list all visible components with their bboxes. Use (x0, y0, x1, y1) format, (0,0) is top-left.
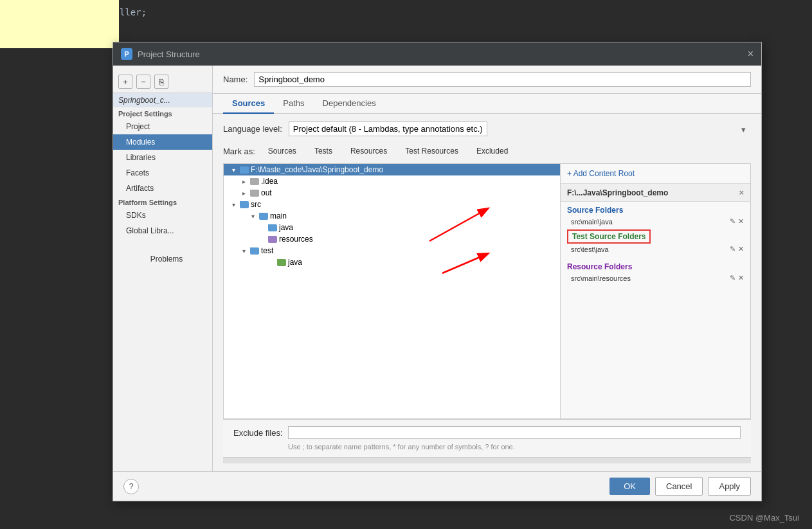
tree-root-label: F:\Maste_code\Java\Springboot_demo (251, 165, 383, 174)
add-content-root-button[interactable]: + Add Content Root (567, 169, 635, 178)
bottom-section: Exclude files: Use ; to separate name pa… (223, 419, 751, 457)
language-select-wrapper: Project default (8 - Lambdas, type annot… (289, 121, 751, 136)
exclude-input[interactable] (288, 426, 741, 439)
right-panel-header: + Add Content Root (561, 164, 750, 184)
name-label: Name: (223, 75, 248, 84)
test-folder-icon (250, 247, 259, 255)
mark-as-tests-button[interactable]: Tests (307, 145, 338, 157)
tree-pane: ▾ F:\Maste_code\Java\Springboot_demo ▸ .… (224, 164, 561, 418)
source-path-actions: ✎ ✕ (730, 217, 744, 226)
tab-paths[interactable]: Paths (274, 94, 313, 114)
resource-folders-header: Resource Folders (561, 258, 750, 273)
mark-as-excluded-button[interactable]: Excluded (469, 145, 513, 157)
cancel-button[interactable]: Cancel (655, 477, 703, 496)
tree-idea-item[interactable]: ▸ .idea (224, 175, 560, 187)
help-button[interactable]: ? (123, 479, 139, 494)
resource-path-remove-button[interactable]: ✕ (738, 274, 744, 282)
sidebar-toolbar: + − ⎘ (113, 71, 212, 93)
tree-main-toggle[interactable]: ▾ (248, 211, 257, 220)
add-module-button[interactable]: + (118, 75, 132, 89)
remove-module-button[interactable]: − (136, 75, 150, 89)
tree-resources-item[interactable]: resources (224, 233, 560, 245)
source-path-remove-button[interactable]: ✕ (738, 217, 744, 226)
resource-path-edit-button[interactable]: ✎ (730, 274, 735, 282)
dialog-footer: ? OK Cancel Apply (113, 471, 761, 501)
mark-as-label: Mark as: (223, 147, 255, 156)
right-panel: + Add Content Root F:\...Java\Springboot… (561, 164, 750, 418)
sidebar-item-global-libs[interactable]: Global Libra... (113, 223, 212, 238)
dialog-body: + − ⎘ Springboot_c... Project Settings P… (113, 66, 761, 471)
test-source-path-actions: ✎ ✕ (730, 245, 744, 253)
mark-excluded-label: Excluded (476, 147, 508, 156)
test-source-path-remove-button[interactable]: ✕ (738, 245, 744, 253)
tree-test-toggle[interactable]: ▾ (239, 246, 248, 255)
main-content: Name: Sources Paths Dependencies Languag… (213, 66, 761, 471)
mark-as-test-resources-button[interactable]: Test Resources (397, 145, 464, 157)
name-input[interactable] (254, 72, 751, 87)
tree-main-item[interactable]: ▾ main (224, 210, 560, 222)
platform-settings-label: Platform Settings (113, 196, 212, 208)
sidebar-item-sdks[interactable]: SDKs (113, 208, 212, 223)
main-folder-icon (259, 213, 268, 220)
exclude-label: Exclude files: (233, 428, 283, 438)
root-folder-icon (240, 166, 249, 174)
test-source-path-text: src\test\java (571, 246, 609, 253)
test-source-path-edit-button[interactable]: ✎ (730, 245, 735, 253)
tree-out-toggle[interactable]: ▸ (239, 188, 248, 197)
language-select[interactable]: Project default (8 - Lambdas, type annot… (289, 121, 487, 136)
tree-src-toggle[interactable]: ▾ (229, 200, 238, 209)
mark-tests-label: Tests (314, 147, 332, 156)
sidebar-tree-path: Springboot_c... (113, 93, 212, 107)
sidebar-item-artifacts[interactable]: Artifacts (113, 181, 212, 196)
mark-as-resources-button[interactable]: Resources (343, 145, 392, 157)
dialog-icon: P (121, 48, 132, 60)
resources-folder-icon-tree (268, 236, 277, 243)
tree-root-toggle[interactable]: ▾ (229, 165, 238, 174)
tree-idea-toggle[interactable]: ▸ (239, 177, 248, 186)
path-close-button[interactable]: × (739, 188, 744, 197)
apply-button[interactable]: Apply (708, 477, 751, 496)
sidebar-item-project[interactable]: Project (113, 119, 212, 134)
tree-root-item[interactable]: ▾ F:\Maste_code\Java\Springboot_demo (224, 164, 560, 175)
tree-test-item[interactable]: ▾ test (224, 245, 560, 256)
test-source-path-row: src\test\java ✎ ✕ (561, 244, 750, 255)
source-folders-header: Source Folders (561, 202, 750, 216)
tree-src-label: src (251, 200, 261, 209)
ok-button[interactable]: OK (609, 478, 650, 495)
mark-test-resources-label: Test Resources (405, 147, 458, 156)
sidebar-item-problems[interactable]: Problems (113, 251, 212, 267)
test-source-label: Test Source Folders (572, 232, 645, 241)
dialog-titlebar: P Project Structure × (113, 42, 761, 66)
tree-test-java-item[interactable]: java (224, 256, 560, 268)
test-java-folder-icon (277, 259, 286, 266)
name-row: Name: (213, 66, 761, 94)
tree-java-label: java (279, 223, 293, 232)
sidebar-item-facets[interactable]: Facets (113, 165, 212, 181)
test-source-folders-header: Test Source Folders (567, 229, 651, 244)
tab-sources[interactable]: Sources (223, 94, 274, 114)
idea-folder-icon (250, 178, 259, 185)
sidebar-item-libraries[interactable]: Libraries (113, 150, 212, 165)
tree-out-item[interactable]: ▸ out (224, 187, 560, 199)
tab-dependencies[interactable]: Dependencies (314, 94, 385, 114)
sidebar-item-modules[interactable]: Modules (113, 134, 212, 150)
mark-as-row: Mark as: Sources Tests Resources (223, 145, 751, 157)
language-label: Language level: (223, 124, 282, 134)
path-label-text: F:\...Java\Springboot_demo (567, 188, 668, 197)
copy-module-button[interactable]: ⎘ (154, 75, 168, 89)
tree-java-item[interactable]: java (224, 222, 560, 233)
tree-resources-label: resources (279, 235, 313, 244)
source-path-row: src\main\java ✎ ✕ (561, 216, 750, 227)
dialog-close-button[interactable]: × (748, 49, 753, 59)
horizontal-scrollbar[interactable] (223, 457, 751, 463)
out-folder-icon (250, 190, 259, 197)
tree-src-item[interactable]: ▾ src (224, 199, 560, 210)
yellow-strip (0, 0, 119, 48)
csdn-watermark: CSDN @Max_Tsui (729, 513, 799, 523)
resource-path-text: src\main\resources (571, 274, 631, 282)
source-path-edit-button[interactable]: ✎ (730, 217, 735, 226)
src-folder-icon (240, 201, 249, 208)
tree-test-java-label: java (288, 258, 302, 267)
mark-as-sources-button[interactable]: Sources (260, 145, 302, 157)
sources-content: Language level: Project default (8 - Lam… (213, 114, 761, 471)
